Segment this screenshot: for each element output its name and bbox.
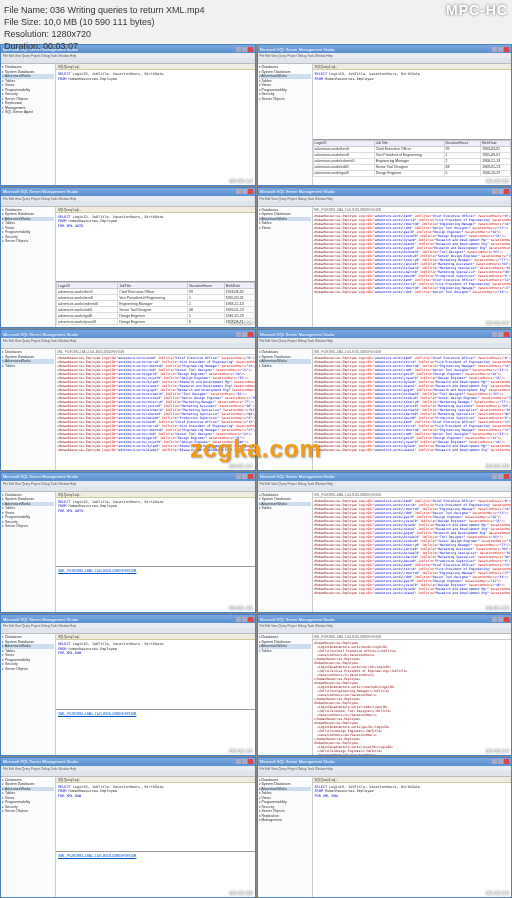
- thumb-8[interactable]: Microsoft SQL Server Management Studio F…: [257, 472, 513, 614]
- sql-editor[interactable]: SELECT LoginID, JobTitle, VacationHours,…: [56, 70, 255, 185]
- thumb-3[interactable]: Microsoft SQL Server Management Studio F…: [0, 187, 256, 329]
- thumbnail-grid: Microsoft SQL Server Management Studio F…: [0, 44, 512, 898]
- thumb-1[interactable]: Microsoft SQL Server Management Studio F…: [0, 44, 256, 186]
- player-logo: MPC-HC: [446, 2, 508, 18]
- xml-link[interactable]: XML_F52E2B61-18A1-11d1-B105-00805F49916B: [56, 566, 255, 612]
- thumb-5[interactable]: Microsoft SQL Server Management Studio F…: [0, 329, 256, 471]
- thumb-6[interactable]: Microsoft SQL Server Management Studio F…: [257, 329, 513, 471]
- xml-viewer[interactable]: <HumanResources.Employee LoginID="advent…: [313, 213, 512, 328]
- thumb-7[interactable]: Microsoft SQL Server Management Studio F…: [0, 472, 256, 614]
- thumb-2[interactable]: Microsoft SQL Server Management Studio F…: [257, 44, 513, 186]
- info-panel: File Name: 036 Writing queries to return…: [0, 0, 512, 44]
- thumb-12[interactable]: Microsoft SQL Server Management Studio F…: [257, 757, 513, 899]
- thumb-9[interactable]: Microsoft SQL Server Management Studio F…: [0, 614, 256, 756]
- thumb-11[interactable]: Microsoft SQL Server Management Studio F…: [0, 757, 256, 899]
- thumb-4[interactable]: Microsoft SQL Server Management Studio F…: [257, 187, 513, 329]
- thumb-10[interactable]: Microsoft SQL Server Management Studio F…: [257, 614, 513, 756]
- results-grid[interactable]: LoginIDJobTitleVacationHoursBirthDate ad…: [313, 139, 512, 185]
- object-explorer[interactable]: DatabasesSystem DatabasesAdventureWorksT…: [1, 64, 56, 185]
